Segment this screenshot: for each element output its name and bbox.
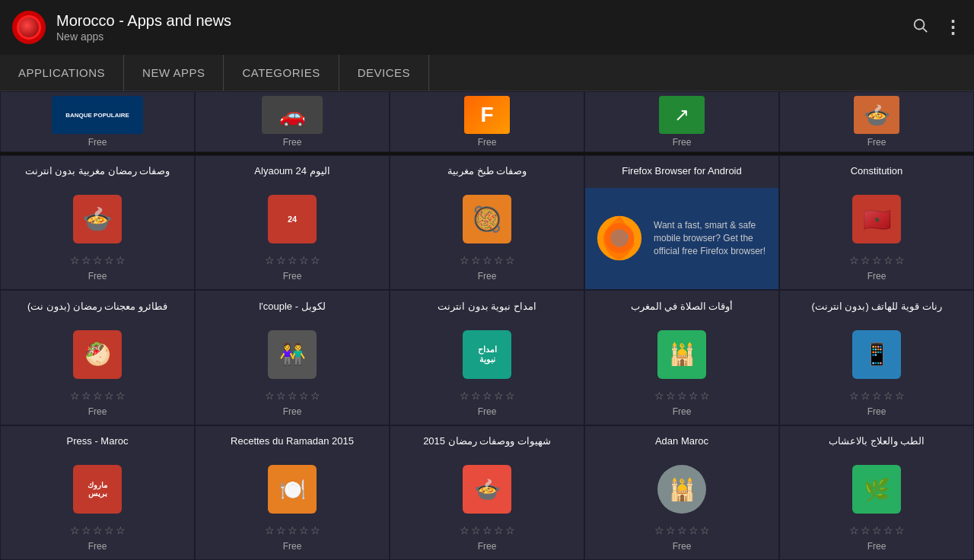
app-icon: 🕌: [657, 465, 706, 514]
app-rating-section: ☆ ☆ ☆ ☆ ☆ Free: [780, 521, 973, 559]
list-item[interactable]: 🍲 Free: [779, 91, 974, 152]
app-icon: ماروكبريس: [73, 465, 122, 514]
app-icon: 24: [268, 195, 317, 243]
app-rating-section: ☆ ☆ ☆ ☆ ☆ Free: [390, 387, 584, 425]
app-title: الطب والعلاج بالاعشاب: [780, 426, 973, 458]
app-price: Free: [283, 137, 302, 148]
app-rating-section: ☆ ☆ ☆ ☆ ☆ Free: [196, 521, 389, 559]
list-item[interactable]: أوقات الصلاة في المغرب 🕌 ☆ ☆ ☆ ☆ ☆ Free: [584, 290, 779, 425]
list-item[interactable]: شهيوات ووصفات رمضان 2015 🍲 ☆ ☆ ☆ ☆ ☆ Fre…: [390, 425, 584, 561]
app-icon: 🌿: [852, 465, 901, 514]
app-logo: [12, 11, 46, 44]
app-price: Free: [867, 271, 886, 282]
app-price: Free: [283, 406, 302, 417]
app-title: اليوم 24 Alyaoum: [196, 156, 389, 188]
list-item[interactable]: Press - Maroc ماروكبريس ☆ ☆ ☆ ☆ ☆ Free: [0, 425, 195, 561]
app-title: Firefox Browser for Android: [585, 156, 778, 188]
app-rating-section: ☆ ☆ ☆ ☆ ☆ Free: [1, 521, 194, 559]
list-item[interactable]: Recettes du Ramadan 2015 🍽️ ☆ ☆ ☆ ☆ ☆ Fr…: [195, 425, 390, 561]
app-rating-section: ☆ ☆ ☆ ☆ ☆ Free: [196, 251, 389, 289]
list-item[interactable]: رنات قوية للهاتف (بدون انترنت) 📱 ☆ ☆ ☆ ☆…: [779, 290, 974, 425]
list-item[interactable]: ↗ Free: [584, 91, 779, 152]
svg-point-0: [915, 20, 925, 30]
svg-line-1: [923, 28, 927, 32]
app-icon: 🇲🇦: [852, 195, 901, 243]
app-title: فطائرو معجنات رمضان (بدون نت): [1, 291, 194, 323]
star-rating: ☆ ☆ ☆ ☆ ☆: [849, 524, 905, 536]
list-item[interactable]: فطائرو معجنات رمضان (بدون نت) 🥙 ☆ ☆ ☆ ☆ …: [0, 290, 195, 425]
star-rating: ☆ ☆ ☆ ☆ ☆: [849, 254, 905, 266]
list-item[interactable]: Firefox Browser for Android Want a fast,…: [584, 155, 779, 291]
app-title: Press - Maroc: [1, 426, 194, 458]
app-icon: امداحنبوية: [463, 330, 511, 379]
app-title: Adan Maroc: [585, 426, 778, 458]
star-rating: ☆ ☆ ☆ ☆ ☆: [654, 390, 710, 402]
list-item[interactable]: F Free: [390, 91, 584, 152]
app-icon: [593, 212, 646, 265]
app-icon: 🥙: [73, 330, 122, 379]
search-icon[interactable]: [912, 17, 928, 38]
app-icon: 🍲: [463, 465, 511, 514]
app-rating-section: ☆ ☆ ☆ ☆ ☆ Free: [196, 387, 389, 425]
app-title: Recettes du Ramadan 2015: [196, 426, 389, 458]
app-price: Free: [283, 271, 302, 282]
header-subtitle: New apps: [56, 30, 912, 43]
star-rating: ☆ ☆ ☆ ☆ ☆: [70, 390, 126, 402]
app-header: Morocco - Apps and news New apps ⋮: [0, 0, 974, 55]
app-title: رنات قوية للهاتف (بدون انترنت): [780, 291, 973, 323]
app-title: شهيوات ووصفات رمضان 2015: [390, 426, 584, 458]
app-rating-section: ☆ ☆ ☆ ☆ ☆ Free: [1, 387, 194, 425]
app-icon: 🕌: [657, 330, 706, 379]
app-icon: 📱: [852, 330, 901, 379]
tab-categories[interactable]: Categories: [224, 55, 339, 91]
list-item[interactable]: لكوبل - l'couple 👫 ☆ ☆ ☆ ☆ ☆ Free: [195, 290, 390, 425]
app-rating-section: ☆ ☆ ☆ ☆ ☆ Free: [780, 251, 973, 289]
firefox-description: Want a fast, smart & safe mobile browser…: [654, 219, 771, 257]
app-price: Free: [478, 541, 497, 552]
tab-new-apps[interactable]: New apps: [124, 55, 224, 91]
app-rating-section: ☆ ☆ ☆ ☆ ☆ Free: [585, 521, 778, 559]
app-price: Free: [673, 406, 692, 417]
list-item[interactable]: وصفات طبخ مغربية 🥘 ☆ ☆ ☆ ☆ ☆ Free: [390, 155, 584, 291]
app-price: Free: [867, 406, 886, 417]
star-rating: ☆ ☆ ☆ ☆ ☆: [654, 524, 710, 536]
list-item[interactable]: وصفات رمضان مغربية بدون انترنت 🍲 ☆ ☆ ☆ ☆…: [0, 155, 195, 291]
list-item[interactable]: 🚗 Free: [195, 91, 390, 152]
list-item[interactable]: BANQUE POPULAIRE Free: [0, 91, 195, 152]
app-title: أوقات الصلاة في المغرب: [585, 291, 778, 323]
tab-applications[interactable]: Applications: [0, 55, 124, 91]
star-rating: ☆ ☆ ☆ ☆ ☆: [460, 524, 515, 536]
list-item[interactable]: اليوم 24 Alyaoum 24 ☆ ☆ ☆ ☆ ☆ Free: [195, 155, 390, 291]
app-rating-section: ☆ ☆ ☆ ☆ ☆ Free: [585, 387, 778, 425]
app-icon: 👫: [268, 330, 317, 379]
app-price: Free: [88, 541, 107, 552]
app-icon: 🍲: [73, 195, 122, 243]
app-title: وصفات طبخ مغربية: [390, 156, 584, 188]
app-rating-section: ☆ ☆ ☆ ☆ ☆ Free: [1, 251, 194, 289]
tab-devices[interactable]: Devices: [339, 55, 429, 91]
more-options-icon[interactable]: ⋮: [944, 17, 962, 38]
app-rating-section: ☆ ☆ ☆ ☆ ☆ Free: [390, 521, 584, 559]
app-rating-section: ☆ ☆ ☆ ☆ ☆ Free: [780, 387, 973, 425]
list-item[interactable]: الطب والعلاج بالاعشاب 🌿 ☆ ☆ ☆ ☆ ☆ Free: [779, 425, 974, 561]
app-price: Free: [673, 541, 692, 552]
star-rating: ☆ ☆ ☆ ☆ ☆: [460, 254, 515, 266]
list-item[interactable]: امداح نبوية بدون انترنت امداحنبوية ☆ ☆ ☆…: [390, 290, 584, 425]
app-icon: 🥘: [463, 195, 511, 243]
star-rating: ☆ ☆ ☆ ☆ ☆: [265, 390, 320, 402]
star-rating: ☆ ☆ ☆ ☆ ☆: [265, 254, 320, 266]
header-actions: ⋮: [912, 17, 962, 38]
app-title: Constitution: [780, 156, 973, 188]
app-title: امداح نبوية بدون انترنت: [390, 291, 584, 323]
star-rating: ☆ ☆ ☆ ☆ ☆: [70, 524, 126, 536]
list-item[interactable]: Constitution 🇲🇦 ☆ ☆ ☆ ☆ ☆ Free: [779, 155, 974, 291]
star-rating: ☆ ☆ ☆ ☆ ☆: [849, 390, 905, 402]
app-price: Free: [88, 406, 107, 417]
header-title: Morocco - Apps and news: [56, 12, 912, 30]
app-price: Free: [88, 271, 107, 282]
app-price: Free: [283, 541, 302, 552]
star-rating: ☆ ☆ ☆ ☆ ☆: [70, 254, 126, 266]
app-icon: 🍽️: [268, 465, 317, 514]
app-price: Free: [478, 137, 497, 148]
list-item[interactable]: Adan Maroc 🕌 ☆ ☆ ☆ ☆ ☆ Free: [584, 425, 779, 561]
